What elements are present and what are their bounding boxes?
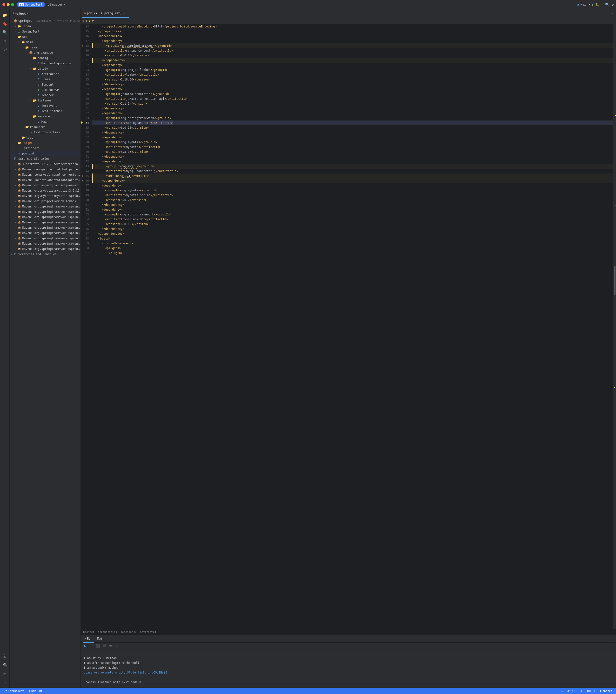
project-tool-button[interactable]: 📁: [1, 11, 9, 19]
sidebar-item-maven-spring-jcl[interactable]: 📦 Maven: org.springframework:spring-jcl:…: [10, 236, 80, 241]
sidebar-tree[interactable]: 📦 SpringTest ~/Desktop/CS/JavaEE/2 Java …: [10, 18, 80, 688]
bookmarks-tool-button[interactable]: 🔖: [1, 20, 9, 28]
editor-options-button[interactable]: ⋯: [609, 11, 615, 16]
run-config: ▣ Main ▾ ▶ 🐛 ⋯: [577, 2, 603, 7]
sidebar-item-maven-jakarta[interactable]: 📦 Maven: jakarta.annotation:jakarta.anno…: [10, 177, 80, 183]
breadcrumb-dependency[interactable]: dependency: [121, 631, 137, 634]
breadcrumb-dependencies[interactable]: dependencies: [98, 631, 117, 634]
code-line-35: <version>6.0.10</version>: [92, 125, 613, 130]
rerun-button[interactable]: ↺: [89, 643, 94, 649]
git-tool-button[interactable]: ⎇: [1, 46, 9, 54]
sidebar-item-entity[interactable]: 📂 entity: [10, 66, 80, 71]
sidebar-item-maven-aspectj[interactable]: 📦 Maven: org.aspectj:aspectjweaver:1.9.1…: [10, 183, 80, 188]
sidebar-item-main-configuration[interactable]: C MainConfiguration: [10, 61, 80, 66]
bottom-tab-main[interactable]: Main ✕: [95, 635, 108, 643]
debug-button[interactable]: 🐛: [596, 3, 599, 6]
editor-area[interactable]: 14 15 16 17 18 19 20 21 22 23 24 25 26 2…: [81, 24, 616, 629]
sidebar-item-student[interactable]: C Student: [10, 82, 80, 87]
sidebar-item-art-teacher[interactable]: C ArtTeacher: [10, 71, 80, 77]
structure-tool-button[interactable]: ⊞: [1, 37, 9, 45]
warning-nav-down[interactable]: ▼: [92, 19, 93, 23]
run-button[interactable]: ▶: [592, 2, 594, 7]
sidebar-item-org-example[interactable]: 📦 org.example: [10, 50, 80, 55]
sidebar-item-springtest-root[interactable]: 📦 SpringTest ~/Desktop/CS/JavaEE/2 Java …: [10, 18, 80, 24]
sidebar-item-test-properties[interactable]: ⊙ test.properties: [10, 130, 80, 135]
sidebar-item-listener[interactable]: 📂 listener: [10, 98, 80, 103]
sidebar-item-maven-mybatis-spring[interactable]: 📦 Maven: org.mybatis:mybatis-spring:3.0.…: [10, 193, 80, 199]
run-tool-button[interactable]: ▶: [1, 670, 9, 677]
database-tool-button[interactable]: 🗄: [1, 652, 9, 660]
sidebar-item-scratches[interactable]: 🗒 Scratches and Consoles: [10, 252, 80, 257]
sidebar-item-idea[interactable]: 📂 .idea: [10, 24, 80, 29]
more-actions-button[interactable]: ⋯: [609, 643, 614, 649]
sidebar-item-config[interactable]: 📂 config: [10, 55, 80, 61]
sidebar-item-main-class[interactable]: C Main: [10, 119, 80, 124]
settings-button[interactable]: ⚙: [612, 3, 614, 6]
branch-selector[interactable]: ⎇ master ▾: [47, 2, 67, 7]
status-indent[interactable]: 4 spaces: [598, 690, 613, 693]
find-tool-button[interactable]: 🔍: [1, 29, 9, 36]
clear-output-button[interactable]: 🗑: [108, 643, 113, 649]
sidebar-item-test-event[interactable]: C TestEvent: [10, 103, 80, 108]
sidebar-item-maven-spring-jdbc[interactable]: 📦 Maven: org.springframework:spring-jdbc…: [10, 241, 80, 246]
sidebar-item-maven-protobuf[interactable]: 📦 Maven: com.google.protobuf:protobuf-ja…: [10, 167, 80, 172]
run-again-button[interactable]: ▶: [83, 643, 88, 649]
close-window-button[interactable]: [2, 3, 5, 6]
status-branch[interactable]: ⎇ SpringTest: [3, 690, 25, 693]
sidebar-item-maven-spring-aop[interactable]: 📦 Maven: org.springframework:spring-aop:…: [10, 204, 80, 209]
search-everywhere-button[interactable]: 🔍: [605, 3, 609, 6]
sidebar-item-maven-spring-core[interactable]: 📦 Maven: org.springframework:spring-core…: [10, 225, 80, 230]
project-title[interactable]: ST SpringTest: [17, 2, 44, 7]
sidebar-item-main[interactable]: 📂 main: [10, 39, 80, 45]
sidebar-item-target[interactable]: 📂 target: [10, 140, 80, 146]
console-class-link[interactable]: class org.example.entity.Student$$Spring…: [84, 671, 167, 674]
warning-nav-up[interactable]: ▲: [89, 19, 90, 23]
pause-output-button[interactable]: 🖼: [102, 643, 107, 649]
sidebar-item-student-aop[interactable]: I StudentAOP: [10, 87, 80, 93]
sidebar-item-pom-xml[interactable]: m pom.xml: [10, 151, 80, 156]
sidebar-item-maven-spring-tx[interactable]: 📦 Maven: org.springframework:spring-tx:6…: [10, 246, 80, 252]
plugins-tool-button[interactable]: 🔌: [1, 661, 9, 669]
stop-button[interactable]: ⬛: [95, 643, 101, 649]
tab-pom-xml[interactable]: m pom.xml (SpringTest) ✕: [82, 9, 129, 18]
sidebar-item-maven-mybatis[interactable]: 📦 Maven: org.mybatis:mybatis:3.5.13: [10, 188, 80, 193]
status-line-sep[interactable]: LF: [579, 690, 584, 693]
scroll-to-end-button[interactable]: ⤓: [114, 643, 119, 649]
sidebar-item-resources[interactable]: 📂 resources: [10, 124, 80, 130]
breadcrumb-project[interactable]: project: [83, 631, 94, 634]
sidebar-item-test-listener[interactable]: C TestListener: [10, 108, 80, 114]
sidebar-item-gitignore[interactable]: ⊘ .gitignore: [10, 146, 80, 151]
code-content[interactable]: <project.build.sourceEncoding>UTF-8</pro…: [92, 24, 613, 629]
sidebar-item-service[interactable]: 📂 service: [10, 114, 80, 119]
sidebar-item-test[interactable]: 📂 test: [10, 135, 80, 140]
more-run-options[interactable]: ⋯: [601, 2, 603, 7]
sidebar-item-maven-spring-expression[interactable]: 📦 Maven: org.springframework:spring-expr…: [10, 230, 80, 236]
status-position[interactable]: 34:52: [566, 690, 576, 693]
more-tools-button[interactable]: ⋯: [1, 678, 9, 686]
minimize-window-button[interactable]: [7, 3, 10, 6]
sidebar-item-maven-spring-aspects[interactable]: 📦 Maven: org.springframework:spring-aspe: [10, 209, 80, 215]
editor-scrollbar[interactable]: [613, 24, 616, 629]
sidebar-label-maven-mybatis: Maven: org.mybatis:mybatis:3.5.13: [22, 189, 79, 192]
status-warnings[interactable]: ⚠: [560, 690, 564, 693]
sidebar-item-maven-spring-beans[interactable]: 📦 Maven: org.springframework:spring-bean…: [10, 215, 80, 220]
sidebar-item-src[interactable]: 📂 src: [10, 34, 80, 39]
sidebar-item-teacher[interactable]: C Teacher: [10, 93, 80, 98]
breadcrumb-artifactid[interactable]: artifactId: [140, 631, 156, 634]
sidebar-item-external-libraries[interactable]: 🗄 External Libraries: [10, 156, 80, 162]
bottom-tab-run[interactable]: ▶ Run: [83, 635, 94, 643]
run-tab-label: Run: [87, 637, 93, 640]
status-encoding[interactable]: UTF-8: [586, 690, 596, 693]
sidebar-item-maven-mysql[interactable]: 📦 Maven: com.mysql:mysql-connector-j:8.0: [10, 172, 80, 177]
sidebar-item-java[interactable]: 📂 java: [10, 45, 80, 50]
sidebar-item-corretto[interactable]: 📦 < corretto-17 > /Users/eve/Library/Jav…: [10, 162, 80, 167]
maximize-window-button[interactable]: [11, 3, 14, 6]
sidebar-item-maven-spring-context[interactable]: 📦 Maven: org.springframework:spring-cont…: [10, 220, 80, 225]
main-tab-close[interactable]: ✕: [105, 637, 107, 640]
tree-arrow-leaf: [33, 93, 37, 97]
status-file[interactable]: m pom.xml: [28, 690, 43, 693]
sidebar-item-class[interactable]: C Class: [10, 77, 80, 82]
sidebar-item-springtest-module[interactable]: 🗂 SpringTest: [10, 29, 80, 34]
pom-tab-close[interactable]: ✕: [123, 12, 126, 15]
sidebar-item-maven-lombok[interactable]: 📦 Maven: org.projectlombok:lombok:1.18.3…: [10, 199, 80, 204]
